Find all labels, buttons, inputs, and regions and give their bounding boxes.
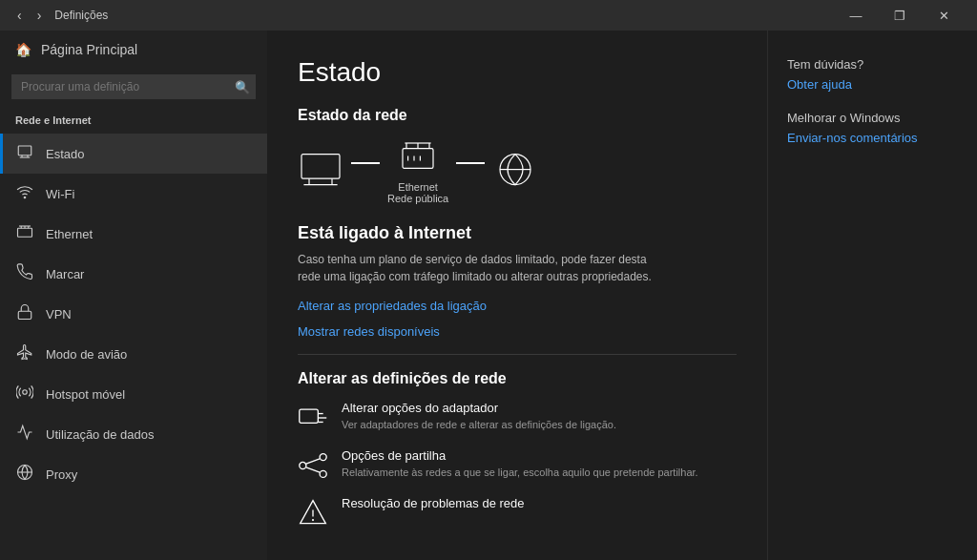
network-section-title: Estado da rede bbox=[298, 107, 737, 124]
close-button[interactable]: ✕ bbox=[922, 0, 966, 31]
net-line-2 bbox=[456, 162, 485, 164]
sidebar-item-hotspot[interactable]: Hotspot móvel bbox=[0, 374, 267, 414]
net-line-1 bbox=[351, 162, 380, 164]
airplane-icon bbox=[15, 343, 34, 364]
sidebar-item-wifi[interactable]: Wi-Fi bbox=[0, 174, 267, 214]
app-title: Definições bbox=[54, 9, 108, 22]
troubleshoot-text: Resolução de problemas de rede bbox=[342, 496, 525, 513]
estado-icon bbox=[15, 143, 34, 164]
svg-rect-5 bbox=[18, 228, 32, 237]
globe-svg-icon bbox=[492, 153, 538, 191]
svg-point-4 bbox=[24, 197, 26, 198]
wifi-icon bbox=[15, 183, 34, 204]
troubleshoot-title: Resolução de problemas de rede bbox=[342, 496, 525, 510]
computer-icon-group bbox=[298, 153, 343, 191]
svg-point-11 bbox=[23, 390, 28, 395]
marcar-icon bbox=[15, 263, 34, 284]
svg-rect-0 bbox=[18, 146, 31, 156]
page-title: Estado bbox=[298, 57, 737, 88]
help-panel: Tem dúvidas? Obter ajuda Melhorar o Wind… bbox=[767, 31, 977, 560]
computer-svg-icon bbox=[298, 153, 343, 191]
improve-link[interactable]: Enviar-nos comentários bbox=[787, 131, 958, 145]
sidebar-label-wifi: Wi-Fi bbox=[46, 187, 74, 201]
sidebar-label-vpn: VPN bbox=[46, 307, 72, 321]
link-show-networks[interactable]: Mostrar redes disponíveis bbox=[298, 324, 737, 339]
sidebar-label-hotspot: Hotspot móvel bbox=[46, 387, 125, 402]
svg-point-38 bbox=[312, 519, 314, 521]
section-divider bbox=[298, 354, 737, 355]
adapter-title: Alterar opções do adaptador bbox=[342, 401, 616, 415]
window-controls: — ❐ ✕ bbox=[834, 0, 966, 31]
sharing-title: Opções de partilha bbox=[342, 448, 698, 463]
svg-point-34 bbox=[320, 470, 326, 477]
help-title: Tem dúvidas? bbox=[787, 57, 958, 72]
network-type-label: Rede pública bbox=[387, 193, 448, 204]
connected-desc: Caso tenha um plano de serviço de dados … bbox=[298, 251, 660, 285]
help-link[interactable]: Obter ajuda bbox=[787, 77, 958, 92]
home-label: Página Principal bbox=[41, 42, 137, 57]
main-content: Estado Estado da rede bbox=[267, 31, 767, 560]
ethernet-icon bbox=[15, 223, 34, 244]
connected-title: Está ligado à Internet bbox=[298, 223, 737, 243]
app-body: 🏠 Página Principal 🔍 Rede e Internet Est… bbox=[0, 31, 977, 560]
sidebar: 🏠 Página Principal 🔍 Rede e Internet Est… bbox=[0, 31, 267, 560]
svg-point-32 bbox=[300, 462, 306, 468]
sharing-desc: Relativamente às redes a que se ligar, e… bbox=[342, 466, 698, 480]
svg-rect-10 bbox=[18, 311, 31, 319]
sidebar-label-ethernet: Ethernet bbox=[46, 227, 93, 241]
title-bar-left: ‹ › Definições bbox=[11, 6, 108, 25]
sidebar-label-proxy: Proxy bbox=[46, 467, 77, 482]
data-usage-icon bbox=[15, 424, 34, 445]
improve-title: Melhorar o Windows bbox=[787, 111, 958, 125]
sharing-text: Opções de partilha Relativamente às rede… bbox=[342, 448, 698, 480]
sidebar-item-proxy[interactable]: Proxy bbox=[0, 454, 267, 494]
title-bar: ‹ › Definições — ❐ ✕ bbox=[0, 0, 977, 31]
sidebar-label-marcar: Marcar bbox=[46, 267, 84, 281]
action-item-sharing[interactable]: Opções de partilha Relativamente às rede… bbox=[298, 448, 737, 481]
sidebar-label-aviao: Modo de avião bbox=[46, 347, 127, 362]
proxy-icon bbox=[15, 464, 34, 485]
sidebar-label-utilizacao: Utilização de dados bbox=[46, 427, 154, 442]
sidebar-item-aviao[interactable]: Modo de avião bbox=[0, 334, 267, 374]
sidebar-item-estado[interactable]: Estado bbox=[0, 134, 267, 174]
action-item-troubleshoot[interactable]: Resolução de problemas de rede bbox=[298, 496, 737, 529]
sidebar-item-vpn[interactable]: VPN bbox=[0, 294, 267, 334]
svg-rect-28 bbox=[300, 409, 319, 423]
search-button[interactable]: 🔍 bbox=[235, 80, 250, 94]
svg-line-35 bbox=[306, 459, 320, 464]
svg-rect-18 bbox=[403, 149, 433, 169]
sidebar-item-ethernet[interactable]: Ethernet bbox=[0, 214, 267, 254]
sidebar-section-title: Rede e Internet bbox=[0, 109, 267, 134]
troubleshoot-icon bbox=[298, 498, 328, 529]
search-container: 🔍 bbox=[11, 74, 256, 99]
link-properties[interactable]: Alterar as propriedades da ligação bbox=[298, 299, 737, 313]
sharing-icon bbox=[298, 450, 328, 481]
sidebar-label-estado: Estado bbox=[46, 147, 84, 161]
svg-rect-14 bbox=[301, 155, 340, 179]
svg-point-33 bbox=[320, 454, 326, 461]
sidebar-item-utilizacao[interactable]: Utilização de dados bbox=[0, 414, 267, 454]
router-icon-group: Ethernet Rede pública bbox=[387, 139, 448, 204]
sidebar-item-marcar[interactable]: Marcar bbox=[0, 254, 267, 294]
restore-button[interactable]: ❐ bbox=[878, 0, 922, 31]
adapter-text: Alterar opções do adaptador Ver adaptado… bbox=[342, 401, 616, 432]
hotspot-icon bbox=[15, 384, 34, 404]
home-icon: 🏠 bbox=[15, 42, 31, 57]
search-input[interactable] bbox=[11, 74, 256, 99]
action-item-adapter[interactable]: Alterar opções do adaptador Ver adaptado… bbox=[298, 401, 737, 433]
change-section-title: Alterar as definições de rede bbox=[298, 370, 737, 387]
router-svg-icon bbox=[399, 139, 437, 177]
svg-line-36 bbox=[306, 467, 320, 472]
title-bar-nav: ‹ › bbox=[11, 6, 47, 25]
ethernet-label: Ethernet bbox=[398, 181, 438, 193]
nav-back-button[interactable]: ‹ bbox=[11, 6, 28, 25]
globe-icon-group bbox=[492, 153, 538, 191]
minimize-button[interactable]: — bbox=[834, 0, 878, 31]
sidebar-item-home[interactable]: 🏠 Página Principal bbox=[0, 31, 267, 69]
network-diagram: Ethernet Rede pública bbox=[298, 139, 737, 204]
adapter-desc: Ver adaptadores de rede e alterar as def… bbox=[342, 418, 616, 432]
vpn-icon bbox=[15, 303, 34, 324]
nav-forward-button[interactable]: › bbox=[31, 6, 48, 25]
adapter-icon bbox=[298, 403, 328, 433]
